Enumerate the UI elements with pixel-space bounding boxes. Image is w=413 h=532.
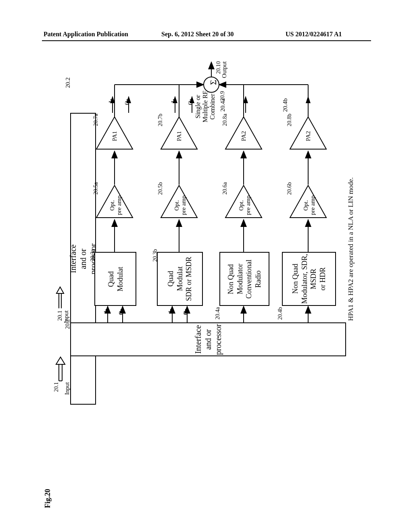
figure-number: Fig.20 [44,489,52,508]
block-diagram: 20.1 Input Interface and or processor 20… [42,56,371,492]
header-center: Sep. 6, 2012 Sheet 20 of 30 [161,31,234,38]
header-right: US 2012/0224617 A1 [286,31,342,38]
header-rule [42,40,371,41]
header-left: Patent Application Publication [44,31,128,38]
wires-upper [42,56,371,484]
